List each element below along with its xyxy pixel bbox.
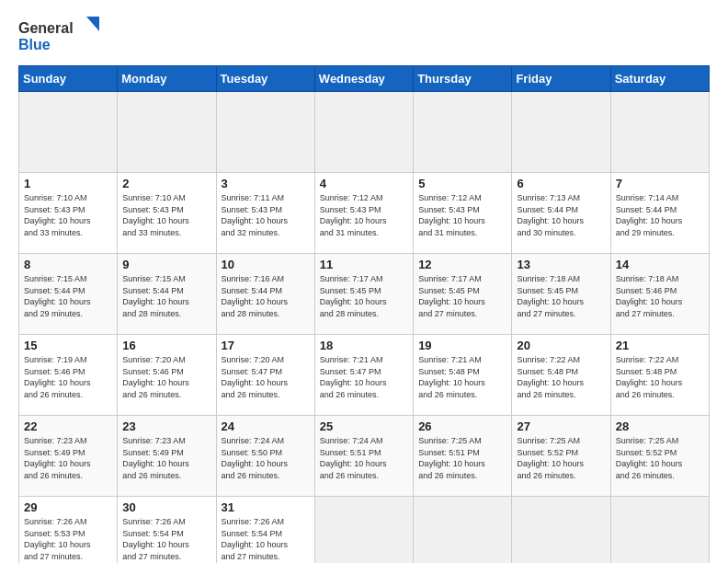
day-info: Sunrise: 7:16 AM Sunset: 5:44 PM Dayligh…	[222, 273, 310, 319]
calendar-cell: 23Sunrise: 7:23 AM Sunset: 5:49 PM Dayli…	[118, 416, 216, 497]
calendar-cell: 17Sunrise: 7:20 AM Sunset: 5:47 PM Dayli…	[216, 335, 314, 416]
day-number: 2	[122, 177, 210, 190]
week-row-3: 8Sunrise: 7:15 AM Sunset: 5:44 PM Daylig…	[19, 254, 710, 335]
day-info: Sunrise: 7:24 AM Sunset: 5:51 PM Dayligh…	[320, 435, 408, 481]
calendar-cell	[512, 92, 610, 173]
day-number: 5	[418, 177, 506, 190]
day-info: Sunrise: 7:18 AM Sunset: 5:45 PM Dayligh…	[517, 273, 605, 319]
calendar-cell	[19, 92, 118, 173]
calendar-cell: 21Sunrise: 7:22 AM Sunset: 5:48 PM Dayli…	[610, 335, 709, 416]
day-info: Sunrise: 7:14 AM Sunset: 5:44 PM Dayligh…	[616, 192, 704, 238]
week-row-1	[19, 92, 710, 173]
calendar-cell: 20Sunrise: 7:22 AM Sunset: 5:48 PM Dayli…	[512, 335, 610, 416]
week-row-5: 22Sunrise: 7:23 AM Sunset: 5:49 PM Dayli…	[19, 416, 710, 497]
day-number: 6	[517, 177, 605, 190]
day-number: 9	[122, 258, 210, 271]
week-row-2: 1Sunrise: 7:10 AM Sunset: 5:43 PM Daylig…	[19, 173, 710, 254]
calendar-cell: 8Sunrise: 7:15 AM Sunset: 5:44 PM Daylig…	[19, 254, 118, 335]
day-info: Sunrise: 7:10 AM Sunset: 5:43 PM Dayligh…	[122, 192, 210, 238]
day-number: 1	[24, 177, 112, 190]
calendar-cell: 6Sunrise: 7:13 AM Sunset: 5:44 PM Daylig…	[512, 173, 610, 254]
calendar-cell	[512, 497, 610, 564]
day-info: Sunrise: 7:21 AM Sunset: 5:47 PM Dayligh…	[320, 354, 408, 400]
day-number: 12	[418, 258, 506, 271]
day-number: 15	[24, 339, 112, 352]
day-info: Sunrise: 7:23 AM Sunset: 5:49 PM Dayligh…	[122, 435, 210, 481]
day-info: Sunrise: 7:25 AM Sunset: 5:52 PM Dayligh…	[517, 435, 605, 481]
calendar-cell: 26Sunrise: 7:25 AM Sunset: 5:51 PM Dayli…	[414, 416, 512, 497]
logo: General Blue	[18, 15, 101, 56]
day-info: Sunrise: 7:15 AM Sunset: 5:44 PM Dayligh…	[122, 273, 210, 319]
calendar-cell	[118, 92, 216, 173]
day-info: Sunrise: 7:20 AM Sunset: 5:47 PM Dayligh…	[222, 354, 310, 400]
day-info: Sunrise: 7:25 AM Sunset: 5:51 PM Dayligh…	[418, 435, 506, 481]
day-number: 30	[122, 500, 210, 514]
day-info: Sunrise: 7:12 AM Sunset: 5:43 PM Dayligh…	[320, 192, 408, 238]
calendar-cell: 31Sunrise: 7:26 AM Sunset: 5:54 PM Dayli…	[216, 497, 314, 564]
header-cell-thursday: Thursday	[414, 66, 512, 92]
calendar-cell: 3Sunrise: 7:11 AM Sunset: 5:43 PM Daylig…	[216, 173, 314, 254]
day-info: Sunrise: 7:25 AM Sunset: 5:52 PM Dayligh…	[616, 435, 704, 481]
header-cell-saturday: Saturday	[610, 66, 709, 92]
day-info: Sunrise: 7:24 AM Sunset: 5:50 PM Dayligh…	[222, 435, 310, 481]
day-number: 7	[616, 177, 704, 190]
day-number: 22	[24, 419, 112, 433]
day-info: Sunrise: 7:21 AM Sunset: 5:48 PM Dayligh…	[418, 354, 506, 400]
calendar-cell: 15Sunrise: 7:19 AM Sunset: 5:46 PM Dayli…	[19, 335, 118, 416]
day-number: 26	[418, 419, 506, 433]
header-cell-wednesday: Wednesday	[314, 66, 413, 92]
calendar-cell: 19Sunrise: 7:21 AM Sunset: 5:48 PM Dayli…	[414, 335, 512, 416]
page: General Blue SundayMondayTuesdayWednesda…	[0, 0, 728, 563]
calendar-cell: 7Sunrise: 7:14 AM Sunset: 5:44 PM Daylig…	[610, 173, 709, 254]
day-number: 25	[320, 419, 408, 433]
day-info: Sunrise: 7:26 AM Sunset: 5:54 PM Dayligh…	[222, 516, 310, 562]
day-number: 17	[222, 339, 310, 352]
day-number: 24	[222, 419, 310, 433]
calendar-table: SundayMondayTuesdayWednesdayThursdayFrid…	[18, 65, 710, 563]
day-number: 8	[24, 258, 112, 271]
day-number: 31	[222, 500, 310, 514]
day-number: 19	[418, 339, 506, 352]
calendar-cell	[414, 92, 512, 173]
day-number: 27	[517, 419, 605, 433]
day-info: Sunrise: 7:15 AM Sunset: 5:44 PM Dayligh…	[24, 273, 112, 319]
day-info: Sunrise: 7:22 AM Sunset: 5:48 PM Dayligh…	[517, 354, 605, 400]
header-row: SundayMondayTuesdayWednesdayThursdayFrid…	[19, 66, 710, 92]
calendar-cell: 30Sunrise: 7:26 AM Sunset: 5:54 PM Dayli…	[118, 497, 216, 564]
calendar-cell: 9Sunrise: 7:15 AM Sunset: 5:44 PM Daylig…	[118, 254, 216, 335]
calendar-cell: 1Sunrise: 7:10 AM Sunset: 5:43 PM Daylig…	[19, 173, 118, 254]
calendar-cell: 27Sunrise: 7:25 AM Sunset: 5:52 PM Dayli…	[512, 416, 610, 497]
calendar-cell: 10Sunrise: 7:16 AM Sunset: 5:44 PM Dayli…	[216, 254, 314, 335]
day-number: 23	[122, 419, 210, 433]
day-number: 3	[222, 177, 310, 190]
calendar-cell: 28Sunrise: 7:25 AM Sunset: 5:52 PM Dayli…	[610, 416, 709, 497]
day-info: Sunrise: 7:19 AM Sunset: 5:46 PM Dayligh…	[24, 354, 112, 400]
calendar-cell: 13Sunrise: 7:18 AM Sunset: 5:45 PM Dayli…	[512, 254, 610, 335]
day-info: Sunrise: 7:11 AM Sunset: 5:43 PM Dayligh…	[222, 192, 310, 238]
calendar-cell: 24Sunrise: 7:24 AM Sunset: 5:50 PM Dayli…	[216, 416, 314, 497]
svg-text:Blue: Blue	[18, 37, 51, 52]
day-info: Sunrise: 7:26 AM Sunset: 5:54 PM Dayligh…	[122, 516, 210, 562]
day-number: 4	[320, 177, 408, 190]
day-number: 10	[222, 258, 310, 271]
calendar-cell: 22Sunrise: 7:23 AM Sunset: 5:49 PM Dayli…	[19, 416, 118, 497]
day-info: Sunrise: 7:23 AM Sunset: 5:49 PM Dayligh…	[24, 435, 112, 481]
calendar-cell: 4Sunrise: 7:12 AM Sunset: 5:43 PM Daylig…	[314, 173, 413, 254]
calendar-cell: 16Sunrise: 7:20 AM Sunset: 5:46 PM Dayli…	[118, 335, 216, 416]
calendar-cell: 12Sunrise: 7:17 AM Sunset: 5:45 PM Dayli…	[414, 254, 512, 335]
calendar-cell: 18Sunrise: 7:21 AM Sunset: 5:47 PM Dayli…	[314, 335, 413, 416]
svg-text:General: General	[18, 20, 74, 36]
header: General Blue	[18, 15, 710, 56]
calendar-cell: 2Sunrise: 7:10 AM Sunset: 5:43 PM Daylig…	[118, 173, 216, 254]
day-info: Sunrise: 7:17 AM Sunset: 5:45 PM Dayligh…	[320, 273, 408, 319]
week-row-6: 29Sunrise: 7:26 AM Sunset: 5:53 PM Dayli…	[19, 497, 710, 564]
day-number: 29	[24, 500, 112, 514]
day-number: 16	[122, 339, 210, 352]
calendar-cell: 5Sunrise: 7:12 AM Sunset: 5:43 PM Daylig…	[414, 173, 512, 254]
day-number: 28	[616, 419, 704, 433]
day-number: 14	[616, 258, 704, 271]
day-number: 13	[517, 258, 605, 271]
calendar-cell	[610, 92, 709, 173]
day-number: 11	[320, 258, 408, 271]
day-info: Sunrise: 7:17 AM Sunset: 5:45 PM Dayligh…	[418, 273, 506, 319]
